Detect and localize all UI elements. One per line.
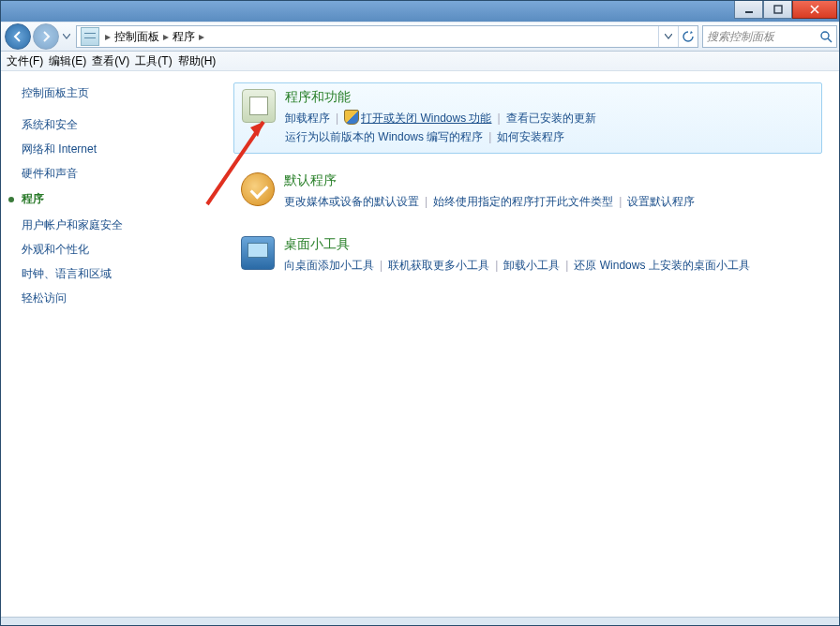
sidebar: 控制面板主页 系统和安全 网络和 Internet 硬件和声音 程序 用户帐户和… xyxy=(1,71,217,617)
refresh-icon xyxy=(682,31,694,42)
refresh-button[interactable] xyxy=(678,26,698,47)
status-strip xyxy=(1,617,839,625)
chevron-right-icon: ▸ xyxy=(199,30,204,43)
search-input[interactable]: 搜索控制面板 xyxy=(702,25,837,48)
svg-rect-0 xyxy=(745,11,753,13)
sidebar-item-programs[interactable]: 程序 xyxy=(8,191,209,207)
task-link[interactable]: 如何安装程序 xyxy=(497,130,564,143)
sidebar-item-network[interactable]: 网络和 Internet xyxy=(22,142,209,156)
address-box[interactable]: ▸ 控制面板 ▸ 程序 ▸ xyxy=(76,25,698,48)
menu-bar: 文件(F) 编辑(E) 查看(V) 工具(T) 帮助(H) xyxy=(1,52,839,71)
task-row: 向桌面添加小工具|联机获取更多小工具|卸载小工具|还原 Windows 上安装的… xyxy=(284,257,815,274)
task-link[interactable]: 运行为以前版本的 Windows 编写的程序 xyxy=(285,130,483,143)
forward-button[interactable] xyxy=(33,23,59,50)
menu-tools[interactable]: 工具(T) xyxy=(135,53,172,69)
sidebar-item-appear[interactable]: 外观和个性化 xyxy=(22,243,209,256)
separator: | xyxy=(489,259,503,272)
gadgets-icon xyxy=(241,236,275,270)
sidebar-item-users[interactable]: 用户帐户和家庭安全 xyxy=(22,218,209,231)
task-link[interactable]: 联机获取更多小工具 xyxy=(388,259,489,272)
minimize-button[interactable] xyxy=(734,1,763,19)
close-icon xyxy=(809,5,820,14)
search-placeholder: 搜索控制面板 xyxy=(707,29,819,45)
sidebar-item-clock[interactable]: 时钟、语言和区域 xyxy=(22,267,209,280)
category-title-programs[interactable]: 程序和功能 xyxy=(285,89,814,106)
task-row: 更改媒体或设备的默认设置|始终使用指定的程序打开此文件类型|设置默认程序 xyxy=(284,193,815,210)
bullet-icon xyxy=(8,197,14,202)
sidebar-item-label: 程序 xyxy=(22,191,44,207)
address-dropdown[interactable] xyxy=(658,26,678,47)
default-icon xyxy=(241,172,275,206)
task-link[interactable]: 卸载程序 xyxy=(285,112,330,125)
separator: | xyxy=(613,195,627,208)
history-dropdown[interactable] xyxy=(61,27,72,46)
main-panel: 程序和功能卸载程序|打开或关闭 Windows 功能|查看已安装的更新运行为以前… xyxy=(217,71,839,617)
search-icon xyxy=(819,30,832,43)
task-link[interactable]: 还原 Windows 上安装的桌面小工具 xyxy=(574,259,749,272)
content-area: 控制面板主页 系统和安全 网络和 Internet 硬件和声音 程序 用户帐户和… xyxy=(1,71,839,617)
crumb-programs[interactable]: 程序 xyxy=(171,29,197,45)
menu-view[interactable]: 查看(V) xyxy=(92,53,129,69)
breadcrumb[interactable]: ▸ 控制面板 ▸ 程序 ▸ xyxy=(77,27,658,46)
task-link[interactable]: 更改媒体或设备的默认设置 xyxy=(284,195,419,208)
category-body: 默认程序更改媒体或设备的默认设置|始终使用指定的程序打开此文件类型|设置默认程序 xyxy=(284,172,815,212)
separator: | xyxy=(560,259,574,272)
menu-file[interactable]: 文件(F) xyxy=(7,53,43,69)
close-button[interactable] xyxy=(792,1,837,19)
task-row: 卸载程序|打开或关闭 Windows 功能|查看已安装的更新 xyxy=(285,110,814,127)
svg-rect-1 xyxy=(774,6,782,13)
category-title-default[interactable]: 默认程序 xyxy=(284,172,815,189)
chevron-down-icon xyxy=(665,34,672,39)
window-buttons xyxy=(734,1,837,19)
category-body: 桌面小工具向桌面添加小工具|联机获取更多小工具|卸载小工具|还原 Windows… xyxy=(284,236,815,276)
menu-help[interactable]: 帮助(H) xyxy=(178,53,217,69)
separator: | xyxy=(483,130,497,143)
navbar: ▸ 控制面板 ▸ 程序 ▸ 搜索控制面板 xyxy=(1,22,839,52)
category-body: 程序和功能卸载程序|打开或关闭 Windows 功能|查看已安装的更新运行为以前… xyxy=(285,89,814,147)
chevron-right-icon: ▸ xyxy=(163,30,169,43)
separator: | xyxy=(330,112,344,125)
category-title-gadgets[interactable]: 桌面小工具 xyxy=(284,236,815,253)
sidebar-home[interactable]: 控制面板主页 xyxy=(22,86,209,99)
programs-icon xyxy=(242,89,276,123)
maximize-button[interactable] xyxy=(763,1,792,19)
category-programs: 程序和功能卸载程序|打开或关闭 Windows 功能|查看已安装的更新运行为以前… xyxy=(233,82,822,154)
back-button[interactable] xyxy=(5,23,31,50)
chevron-right-icon: ▸ xyxy=(105,30,111,43)
menu-edit[interactable]: 编辑(E) xyxy=(49,53,86,69)
task-link[interactable]: 查看已安装的更新 xyxy=(506,112,596,125)
task-link[interactable]: 卸载小工具 xyxy=(503,259,560,272)
separator: | xyxy=(419,195,433,208)
svg-point-2 xyxy=(821,32,829,39)
maximize-icon xyxy=(773,5,783,14)
control-panel-icon xyxy=(81,27,99,46)
task-link[interactable]: 打开或关闭 Windows 功能 xyxy=(361,112,491,125)
task-row: 运行为以前版本的 Windows 编写的程序|如何安装程序 xyxy=(285,128,814,145)
arrow-left-icon xyxy=(11,30,24,43)
crumb-root[interactable]: 控制面板 xyxy=(112,29,161,45)
task-link[interactable]: 始终使用指定的程序打开此文件类型 xyxy=(433,195,613,208)
task-link[interactable]: 向桌面添加小工具 xyxy=(284,259,374,272)
titlebar xyxy=(1,1,839,22)
arrow-right-icon xyxy=(39,30,52,43)
separator: | xyxy=(374,259,388,272)
separator: | xyxy=(491,112,505,125)
chevron-down-icon xyxy=(63,34,70,39)
sidebar-item-system[interactable]: 系统和安全 xyxy=(22,118,209,131)
category-gadgets: 桌面小工具向桌面添加小工具|联机获取更多小工具|卸载小工具|还原 Windows… xyxy=(233,231,822,281)
minimize-icon xyxy=(744,5,754,14)
control-panel-window: ▸ 控制面板 ▸ 程序 ▸ 搜索控制面板 文件(F) 编辑(E) 查看(V) xyxy=(0,0,840,626)
sidebar-item-hardware[interactable]: 硬件和声音 xyxy=(22,167,209,180)
sidebar-item-ease[interactable]: 轻松访问 xyxy=(22,291,209,305)
shield-icon xyxy=(344,110,359,125)
task-link[interactable]: 设置默认程序 xyxy=(627,195,695,208)
category-default: 默认程序更改媒体或设备的默认设置|始终使用指定的程序打开此文件类型|设置默认程序 xyxy=(233,167,822,217)
